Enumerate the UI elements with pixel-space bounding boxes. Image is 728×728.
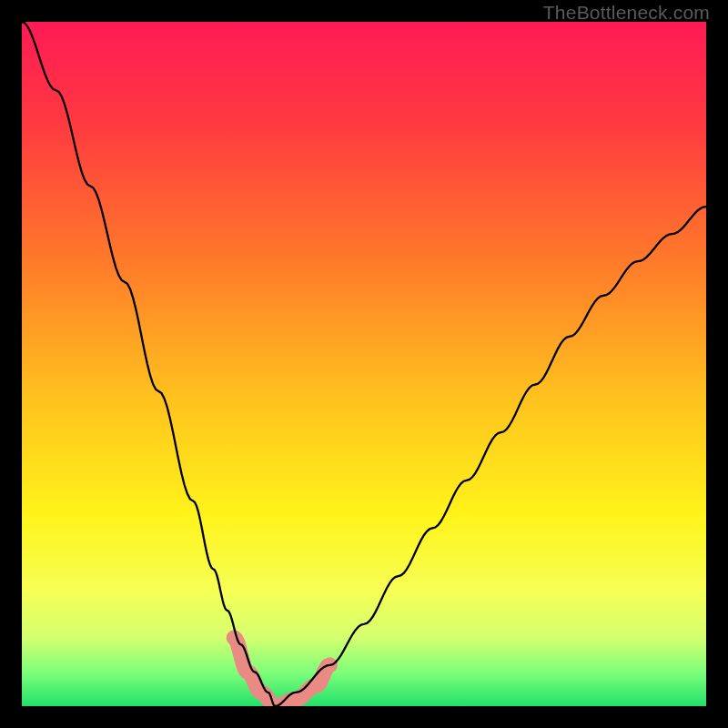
- curve-right: [275, 207, 706, 706]
- watermark: TheBottleneck.com: [543, 2, 710, 24]
- bottleneck-curve: [22, 22, 706, 706]
- dip-markers: [234, 638, 329, 706]
- curve-left: [22, 22, 275, 706]
- chart-frame: [22, 22, 706, 706]
